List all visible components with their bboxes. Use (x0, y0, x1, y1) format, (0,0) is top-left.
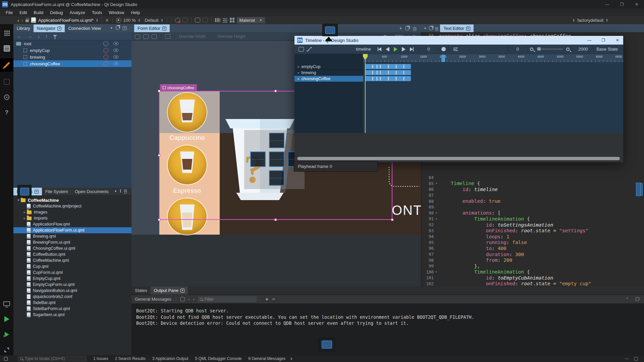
style-selector[interactable]: Default (145, 18, 158, 23)
prev-frame-icon[interactable] (384, 46, 392, 53)
menu-debug[interactable]: Debug (47, 9, 66, 16)
timeline-section-bar[interactable] (365, 70, 411, 75)
menu-edit[interactable]: Edit (16, 9, 30, 16)
timeline-track-brewing[interactable]: ▸brewing (294, 70, 363, 76)
code-line[interactable]: 90▾ animations: [ (422, 210, 644, 216)
override-height-field[interactable]: Override Height (217, 34, 246, 39)
close-button[interactable]: ✕ (629, 0, 644, 9)
code-line[interactable]: 100▾ TimelineAnimation { (422, 269, 644, 275)
export-icon[interactable]: ← (103, 41, 108, 46)
selection-handle[interactable] (158, 154, 160, 157)
output-messages[interactable]: Boot2Qt: Starting QDB host server.Boot2Q… (131, 304, 644, 326)
navigator-item-emptyCup[interactable]: emptyCup← (13, 47, 131, 54)
project-file-SideBarForm.ui.qml[interactable]: SideBarForm.ui.qml (13, 306, 131, 312)
document-dropdown-icon[interactable]: ▲▼ (96, 18, 98, 22)
project-file-SideBar.qml[interactable]: SideBar.qml (13, 300, 131, 306)
code-line[interactable]: 94 loops: 1 (422, 234, 644, 240)
close-tab-icon[interactable]: ✕ (162, 26, 166, 31)
tab-file-system[interactable]: File System (42, 188, 71, 195)
project-file-ApplicationFlowForm.ui.qml[interactable]: ApplicationFlowForm.ui.qml (13, 227, 131, 233)
code-line[interactable]: 92 id: toSettingsAnimation (422, 222, 644, 228)
keyframe-icon[interactable] (372, 71, 373, 74)
keyframe-icon[interactable] (380, 65, 381, 68)
timeline-close-button[interactable]: ✕ (612, 36, 623, 45)
close-tab-icon[interactable]: ✕ (57, 26, 61, 31)
material-dropdown[interactable]: Material▼ (237, 17, 265, 23)
tab-text-editor[interactable]: Text Editor✕ (440, 24, 473, 32)
toggle-sidebar-icon[interactable] (4, 357, 8, 361)
visibility-eye-icon[interactable] (113, 62, 118, 65)
code-line[interactable]: 99 }, (422, 263, 644, 269)
project-file-CoffeeMachine.qmlproject[interactable]: CoffeeMachine.qmlproject (13, 203, 131, 209)
float-panel-icon[interactable] (429, 26, 433, 30)
next-item-icon[interactable]: › (193, 297, 194, 302)
timeline-ruler[interactable]: 5001000150020002500300035004000450050005… (363, 54, 623, 62)
help-icon[interactable]: ? (1, 107, 12, 118)
keyframe-icon[interactable] (396, 65, 396, 68)
record-icon[interactable] (441, 47, 446, 51)
code-line[interactable]: 95 running: false (422, 240, 644, 246)
next-frame-icon[interactable] (400, 46, 408, 53)
filter-input[interactable]: Filter (198, 296, 257, 302)
code-line[interactable]: 97 duration: 300 (422, 251, 644, 257)
project-file-images[interactable]: ▸images (13, 209, 131, 215)
keyframe-icon[interactable] (396, 77, 396, 80)
kit-selector[interactable]: factorydefault (577, 18, 603, 23)
tab-connection-view[interactable]: Connection View (65, 24, 104, 32)
code-line[interactable]: 102 onFinished: root.state = "empty cup" (422, 281, 644, 287)
tab-form-editor[interactable]: Form Editor✕ (134, 24, 170, 32)
tab-states[interactable]: States (131, 287, 151, 295)
navigator-item-brewing[interactable]: brewing← (13, 54, 131, 60)
kit-prev-icon[interactable]: ▲▼ (573, 18, 575, 22)
timeline-maximize-button[interactable]: ❐ (598, 36, 609, 45)
grid-view-icon[interactable] (230, 18, 234, 22)
live-preview-icon[interactable] (116, 18, 121, 23)
code-line[interactable]: 98 from: 200 (422, 257, 644, 263)
project-file-BrewingForm.ui.qml[interactable]: BrewingForm.ui.qml (13, 239, 131, 245)
export-icon[interactable]: ← (103, 48, 108, 53)
timeline-window[interactable]: DS Timeline - Qt Design Studio — ❐ ✕ tim… (294, 36, 623, 162)
status-pane-button[interactable]: 1 Issues (93, 356, 108, 361)
tab-navigator[interactable]: Navigator✕ (34, 24, 65, 32)
chevron-down-icon[interactable]: ▾ (400, 26, 402, 31)
base-state-button[interactable]: Base State (596, 47, 618, 52)
status-pane-button[interactable]: 5 QML Debugger Console (195, 356, 242, 361)
maximize-button[interactable]: ❐ (614, 0, 629, 9)
virtual-bounds-icon[interactable] (165, 34, 170, 39)
timeline-section-bar[interactable] (365, 64, 411, 69)
selection-handle[interactable] (158, 219, 160, 221)
status-pane-button[interactable]: 3 Application Output (152, 356, 188, 361)
float-panel-icon[interactable] (116, 26, 119, 29)
keyframe-icon[interactable] (372, 65, 373, 68)
expand-arrow-icon[interactable]: ▸ (298, 77, 300, 80)
design-pencil-icon[interactable] (0, 58, 13, 72)
status-pane-button[interactable]: 2 Search Results (115, 356, 146, 361)
locator-input[interactable]: Type to locate (Ctrl+K) (18, 356, 87, 361)
current-frame-field[interactable]: 0 (422, 47, 436, 52)
curve-frame-field[interactable]: 0 (511, 47, 524, 52)
expand-arrow-icon[interactable]: ▸ (22, 217, 27, 220)
project-file-EmptyCup.qml[interactable]: EmptyCup.qml (13, 276, 131, 282)
play-icon[interactable] (392, 46, 400, 53)
clean-icon[interactable] (180, 297, 185, 301)
tools-wrench-icon[interactable] (1, 92, 12, 103)
close-tab-icon[interactable]: ✕ (466, 26, 470, 31)
selection-handle[interactable] (391, 219, 393, 221)
curve-editor-icon[interactable] (451, 46, 460, 53)
menu-analyze[interactable]: Analyze (67, 9, 88, 16)
tab-open-documents[interactable]: Open Documents (71, 188, 112, 195)
code-line[interactable]: 89 (422, 204, 644, 210)
project-file-SugarItem.ui.qml[interactable]: SugarItem.ui.qml (13, 312, 131, 318)
keyframe-icon[interactable] (404, 77, 404, 80)
forward-icon[interactable]: › (21, 17, 23, 23)
keyframe-icon[interactable] (396, 71, 396, 74)
code-line[interactable]: 91▾ TimelineAnimation { (422, 216, 644, 222)
close-document-icon[interactable]: ✕ (105, 18, 109, 23)
zoom-level[interactable]: 100 % (123, 18, 136, 23)
timeline-section-bar[interactable] (365, 76, 411, 81)
text-editor-icon[interactable] (1, 43, 12, 54)
keyframe-icon[interactable] (388, 71, 389, 74)
export-icon[interactable]: ← (103, 61, 108, 66)
close-tab-icon[interactable]: ✕ (180, 289, 184, 293)
float-panel-icon[interactable] (406, 26, 409, 30)
